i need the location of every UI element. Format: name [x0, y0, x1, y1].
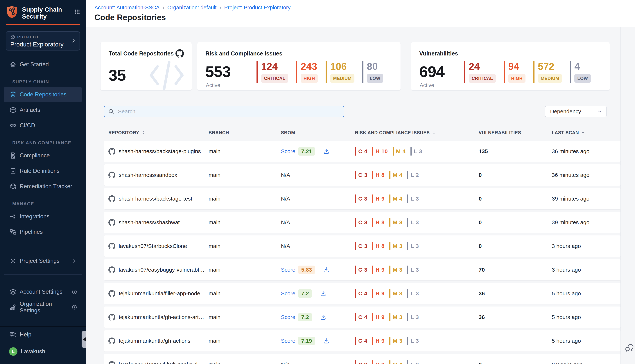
sbom-score-label[interactable]: Score [281, 267, 295, 273]
topbar: Account: Automation-SSCA›Organization: d… [86, 0, 635, 27]
table-row[interactable]: lavakush07/argocd-hub-spoke-demomainN/AC… [104, 354, 621, 364]
sidebar-item-pipelines[interactable]: Pipelines [4, 224, 82, 240]
risk-chip-bar [355, 313, 356, 322]
download-sbom-icon[interactable] [323, 148, 330, 155]
sidebar-item-code-repositories[interactable]: Code Repositories [4, 87, 82, 102]
help-button[interactable]: Help [0, 330, 86, 339]
last-scan-cell: 39 minutes ago [552, 196, 616, 202]
app-switcher-icon[interactable] [74, 9, 80, 15]
severity-stats: 124CRITICAL243HIGH106MEDIUM80LOW [257, 61, 384, 83]
risk-chip-bar [410, 147, 412, 156]
sidebar-item-artifacts[interactable]: Artifacts [4, 102, 82, 118]
repository-name[interactable]: shash-harness/sandbox [119, 172, 181, 178]
repository-name[interactable]: lavakush07/easybuggy-vulnerable-app... [119, 267, 209, 273]
sbom-score-badge: 7.21 [298, 147, 315, 156]
sidebar-item-account-settings[interactable]: Account Settings [4, 284, 82, 300]
breadcrumb: Account: Automation-SSCA›Organization: d… [95, 4, 635, 11]
table-row[interactable]: lavakush07/easybuggy-vulnerable-app...ma… [104, 259, 621, 280]
sidebar-item-project-settings[interactable]: Project Settings [4, 253, 82, 269]
search-input[interactable] [104, 106, 344, 117]
last-scan-time: 39 minutes ago [552, 219, 589, 226]
table-header: REPOSITORYBRANCHSBOMRISK AND COMPLIANCE … [104, 128, 621, 137]
sort-ascending-icon[interactable] [581, 131, 585, 134]
risk-chip-high: H 8 [372, 171, 385, 179]
sidebar-item-cicd[interactable]: CI/CD [4, 118, 82, 133]
download-sbom-icon[interactable] [323, 338, 330, 344]
risk-chip-value: M 3 [393, 243, 402, 249]
vulnerabilities-count: 36 [479, 314, 485, 320]
risk-chip-bar [389, 360, 390, 364]
table-row[interactable]: tejakummarikuntla/gh-actionsmainScore7.1… [104, 330, 621, 352]
repository-name[interactable]: tejakummarikuntla/gh-actions [119, 338, 194, 344]
table-row[interactable]: shash-harness/backstage-pluginsmainScore… [104, 141, 621, 162]
vulnerabilities-cell: 2 [479, 362, 552, 364]
sidebar-item-get-started[interactable]: Get Started [4, 57, 82, 72]
download-sbom-icon[interactable] [323, 266, 330, 273]
breadcrumb-link[interactable]: Account: Automation-SSCA [95, 4, 160, 11]
table-row[interactable]: shash-harness/sandboxmainN/AC 3H 8M 4L 2… [104, 164, 621, 186]
download-sbom-icon[interactable] [320, 314, 326, 320]
sidebar-item-rule-definitions[interactable]: Rule Definitions [4, 163, 82, 179]
dependency-filter-dropdown[interactable]: Dependency [545, 106, 606, 117]
sbom-score-label[interactable]: Score [281, 148, 295, 154]
table-row[interactable]: tejakummarikuntla/gh-actions-artifactsma… [104, 306, 621, 328]
table-row[interactable]: shash-harness/backstage-testmainN/AC 3H … [104, 188, 621, 209]
repository-name[interactable]: lavakush07/argocd-hub-spoke-demo [119, 362, 209, 364]
last-scan-cell: 3 hours ago [552, 243, 616, 249]
repository-name[interactable]: shash-harness/backstage-plugins [119, 148, 205, 154]
sidebar-item-organization-settings[interactable]: Organization Settings [4, 300, 82, 315]
risk-chip-value: M 4 [393, 172, 402, 178]
code-watermark-icon [147, 58, 187, 90]
column-header-vulnerabilities[interactable]: VULNERABILITIES [479, 130, 552, 135]
severity-count: 106 [330, 61, 354, 71]
repository-name[interactable]: shash-harness/shashwat [119, 219, 183, 226]
risk-chip-high: H 9 [372, 289, 385, 298]
sbom-score-label[interactable]: Score [281, 314, 295, 320]
repository-name[interactable]: tejakummarikuntla/gh-actions-artifacts [119, 314, 209, 320]
project-selector[interactable]: PROJECT Product Exploratory [6, 32, 80, 50]
table-row[interactable]: tejakummarikuntla/filler-app-nodemainSco… [104, 283, 621, 304]
repository-name[interactable]: lavakush07/StarbucksClone [119, 243, 191, 249]
column-header-last-scan[interactable]: LAST SCAN [552, 130, 616, 135]
support-chat-icon[interactable] [624, 343, 634, 353]
column-header-label: VULNERABILITIES [479, 130, 521, 135]
table-row[interactable]: shash-harness/shashwatmainN/AC 3H 8M 3L … [104, 212, 621, 233]
sidebar-item-remediation-tracker[interactable]: Remediation Tracker [4, 179, 82, 194]
sbom-cell: N/A [281, 362, 355, 364]
vulnerabilities-cell: 0 [479, 219, 552, 226]
user-menu[interactable]: L Lavakush [0, 346, 86, 356]
column-header-repository[interactable]: REPOSITORY [108, 130, 209, 135]
repository-name[interactable]: tejakummarikuntla/filler-app-node [119, 290, 204, 296]
sort-icon[interactable] [142, 130, 146, 134]
risk-chip-value: L 3 [410, 362, 419, 364]
risk-chip-value: M 3 [393, 338, 402, 344]
breadcrumb-link[interactable]: Organization: default [167, 4, 217, 11]
risk-chip-bar [389, 171, 390, 179]
column-header-sbom[interactable]: SBOM [281, 130, 355, 135]
risk-chip-bar [389, 337, 390, 345]
sbom-score-label[interactable]: Score [281, 290, 295, 296]
repository-cell: tejakummarikuntla/filler-app-node [108, 290, 209, 297]
risk-chip-bar [372, 171, 373, 179]
sidebar-item-compliance[interactable]: Compliance [4, 148, 82, 163]
column-header-branch[interactable]: BRANCH [209, 130, 281, 135]
repository-name[interactable]: shash-harness/backstage-test [119, 196, 196, 202]
sidebar-collapse-handle[interactable] [82, 331, 86, 348]
column-header-risk-and-compliance-issues[interactable]: RISK AND COMPLIANCE ISSUES [355, 130, 479, 135]
repository-cell: lavakush07/easybuggy-vulnerable-app... [108, 266, 209, 273]
risk-chip-low: L 3 [407, 289, 419, 298]
vulnerabilities-cell: 36 [479, 314, 552, 320]
branch-name: main [209, 219, 221, 226]
breadcrumb-link[interactable]: Project: Product Exploratory [224, 4, 291, 11]
branch-cell: main [209, 148, 281, 154]
risk-chip-critical: C 4 [355, 337, 367, 345]
risk-chip-critical: C 3 [355, 194, 367, 203]
sort-icon[interactable] [432, 130, 436, 134]
sidebar-item-integrations[interactable]: Integrations [4, 209, 82, 224]
risk-chip-high: H 10 [372, 147, 388, 156]
sbom-score-label[interactable]: Score [281, 338, 295, 344]
download-sbom-icon[interactable] [320, 290, 326, 297]
project-cube-icon [10, 35, 15, 40]
table-row[interactable]: lavakush07/StarbucksClonemainN/AC 3H 8M … [104, 236, 621, 257]
risk-chip-bar [372, 218, 373, 227]
